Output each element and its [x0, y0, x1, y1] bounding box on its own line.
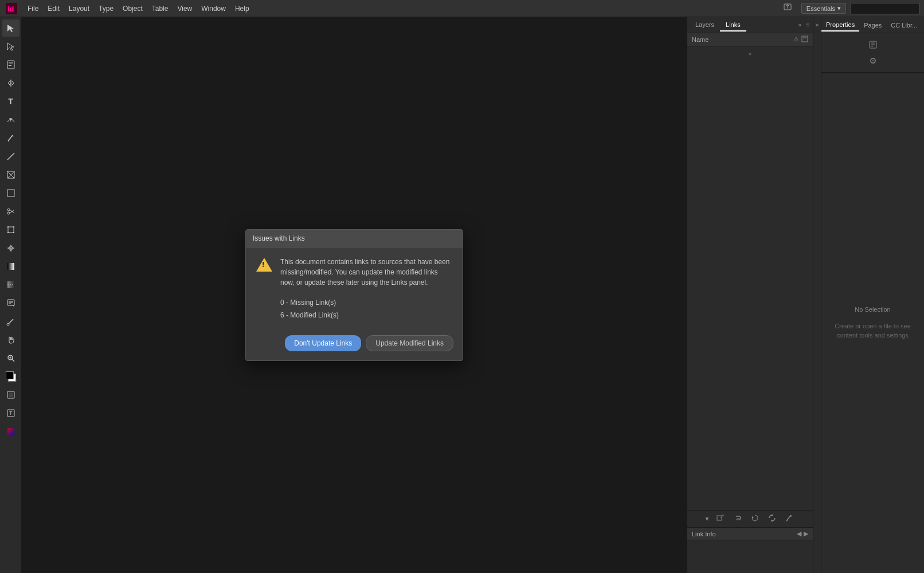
rect-tool[interactable] — [2, 185, 19, 202]
svg-text:T: T — [9, 117, 13, 123]
links-name-column: Name — [692, 36, 791, 43]
transform-tool[interactable] — [2, 240, 19, 257]
gradient-swatch-tool[interactable] — [2, 258, 19, 275]
menu-type[interactable]: Type — [94, 2, 118, 15]
svg-rect-31 — [7, 232, 9, 233]
essentials-chevron-icon: ▾ — [837, 5, 841, 12]
search-input[interactable] — [851, 3, 919, 14]
menu-help[interactable]: Help — [230, 2, 254, 15]
properties-content: No Selection Create or open a file to se… — [821, 73, 924, 573]
go-to-link-btn[interactable] — [731, 513, 744, 525]
tab-properties[interactable]: Properties — [821, 19, 859, 32]
link-icon[interactable] — [866, 54, 880, 68]
panel-tabs-row: Layers Links » ≡ — [687, 17, 813, 33]
svg-line-64 — [786, 515, 791, 521]
type-on-path-tool[interactable]: T — [2, 111, 19, 128]
svg-marker-61 — [752, 516, 754, 519]
menu-edit[interactable]: Edit — [43, 2, 64, 15]
panel-tabs-actions: » ≡ — [797, 21, 811, 29]
svg-line-19 — [7, 153, 14, 160]
panel-forward-icon[interactable]: » — [797, 21, 803, 29]
gap-tool[interactable] — [2, 74, 19, 92]
direct-selection-tool[interactable] — [2, 38, 19, 55]
notes-tool[interactable] — [2, 295, 19, 312]
selection-tool[interactable] — [2, 19, 19, 37]
scissors-tool[interactable] — [2, 203, 19, 220]
update-link-btn[interactable] — [749, 513, 761, 525]
layers-tab[interactable]: Layers — [690, 19, 720, 32]
menu-window[interactable]: Window — [197, 2, 230, 15]
menu-table[interactable]: Table — [147, 2, 173, 15]
panel-collapse-btn[interactable]: » — [813, 17, 821, 573]
missing-links-count: 0 - Missing Link(s) — [280, 297, 453, 309]
tab-pages[interactable]: Pages — [859, 19, 886, 31]
links-header-icons: ⚠ — [793, 36, 808, 44]
svg-marker-5 — [7, 43, 14, 50]
tab-cc-libraries[interactable]: CC Libr... — [886, 19, 922, 31]
menu-view[interactable]: View — [173, 2, 197, 15]
relink-all-btn[interactable] — [766, 513, 778, 525]
app-icon: Id — [5, 2, 18, 15]
free-transform-tool[interactable] — [2, 221, 19, 238]
modified-links-count: 6 - Modified Link(s) — [280, 309, 453, 322]
eyedropper-tool[interactable] — [2, 313, 19, 330]
right-panels-container: Layers Links » ≡ Name ⚠ ▼ — [687, 17, 924, 573]
svg-rect-54 — [7, 428, 14, 435]
properties-panel: Properties Pages CC Libr... — [821, 17, 924, 573]
edit-original-btn[interactable] — [783, 513, 796, 525]
no-selection-label: No Selection — [855, 306, 890, 313]
properties-icon[interactable] — [866, 38, 880, 52]
warning-triangle-shape — [256, 258, 272, 272]
menu-file[interactable]: File — [23, 2, 43, 15]
dont-update-links-button[interactable]: Don't Update Links — [285, 335, 361, 351]
svg-rect-51 — [9, 393, 13, 397]
svg-text:T: T — [9, 410, 13, 416]
menu-bar: Id File Edit Layout Type Object Table Vi… — [0, 0, 924, 17]
pencil-tool[interactable] — [2, 129, 19, 147]
text-frame-tool[interactable]: T — [2, 405, 19, 422]
dialog-link-counts: 0 - Missing Link(s) 6 - Modified Link(s) — [280, 297, 453, 321]
svg-rect-30 — [13, 226, 14, 227]
svg-line-14 — [12, 83, 14, 85]
tab-cc-libraries-label: CC Libr... — [891, 22, 917, 29]
links-tab[interactable]: Links — [720, 19, 746, 32]
line-tool[interactable] — [2, 148, 19, 165]
warning-header-icon: ⚠ — [793, 36, 799, 44]
canvas-area: Issues with Links This document contains… — [22, 17, 687, 573]
color-swatches[interactable]: ↔ — [2, 368, 19, 385]
svg-point-24 — [7, 209, 10, 211]
frame-rect-tool[interactable] — [2, 166, 19, 183]
link-info-title: Link Info — [692, 531, 797, 537]
relink-btn[interactable] — [714, 513, 727, 525]
link-info-next[interactable]: ▶ — [804, 530, 808, 537]
menu-layout[interactable]: Layout — [64, 2, 94, 15]
link-info-header: Link Info ◀ ▶ — [687, 528, 813, 540]
svg-rect-36 — [7, 263, 14, 270]
far-right-vertical-icons — [821, 33, 924, 73]
menu-object[interactable]: Object — [118, 2, 147, 15]
type-tool[interactable]: T — [2, 93, 19, 110]
dialog-title-bar: Issues with Links — [246, 230, 463, 248]
hand-tool[interactable] — [2, 331, 19, 348]
zoom-tool[interactable] — [2, 350, 19, 367]
svg-rect-23 — [7, 190, 14, 197]
svg-rect-28 — [8, 227, 14, 233]
panel-menu-icon[interactable]: ≡ — [805, 21, 811, 29]
link-info-prev[interactable]: ◀ — [797, 530, 801, 537]
svg-rect-9 — [9, 65, 11, 66]
svg-line-47 — [12, 359, 14, 362]
panel-chevron-down[interactable]: ▼ — [704, 516, 710, 522]
gradient-tool-alt[interactable] — [2, 423, 19, 440]
essentials-button[interactable]: Essentials ▾ — [801, 3, 846, 14]
dialog-buttons: Don't Update Links Update Modified Links — [255, 331, 453, 351]
share-button[interactable] — [778, 1, 797, 16]
link-info-section: Link Info ◀ ▶ — [687, 527, 813, 573]
layers-links-panel: Layers Links » ≡ Name ⚠ ▼ — [687, 17, 813, 573]
page-tool[interactable] — [2, 56, 19, 73]
preview-mode-btn[interactable] — [2, 386, 19, 403]
svg-marker-43 — [12, 305, 14, 307]
gradient-feather-tool[interactable] — [2, 276, 19, 293]
link-info-nav: ◀ ▶ — [797, 530, 808, 537]
update-modified-links-button[interactable]: Update Modified Links — [366, 335, 453, 351]
svg-line-13 — [12, 81, 14, 83]
